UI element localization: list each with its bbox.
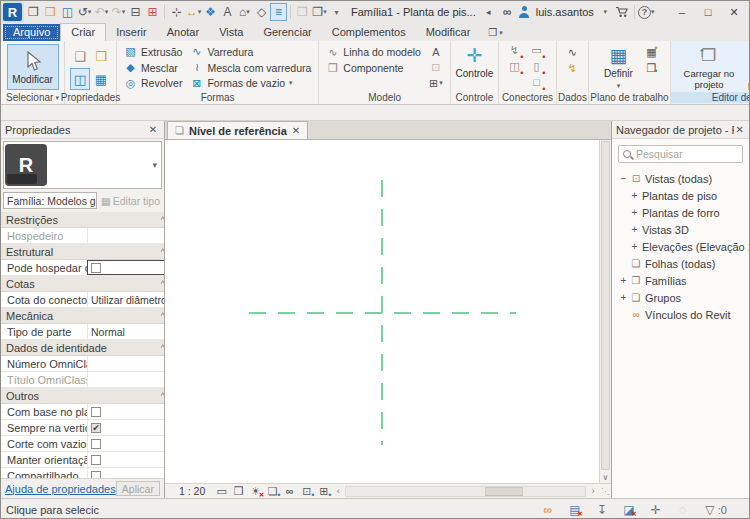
- parameter-data-button[interactable]: ↯: [568, 60, 577, 76]
- save-icon[interactable]: ◫: [59, 3, 76, 21]
- tab-vista[interactable]: Vista: [209, 24, 253, 41]
- switch-windows-icon[interactable]: ❐▾: [311, 3, 328, 21]
- section-dados-identidade[interactable]: Dados de identidade^: [1, 340, 164, 356]
- linha-modelo-button[interactable]: ∿Linha do modelo: [322, 44, 425, 60]
- scroll-down-icon[interactable]: ∨: [600, 471, 611, 483]
- vertical-scrollbar-thumb[interactable]: [601, 141, 610, 470]
- editable-only-icon[interactable]: ◌: [675, 503, 691, 517]
- property-value[interactable]: [87, 228, 164, 243]
- search-binoculars-icon[interactable]: ∞: [499, 3, 516, 21]
- section-restricoes[interactable]: Restrições^: [1, 212, 164, 228]
- select-pinned-elements-icon[interactable]: ↧: [594, 503, 610, 517]
- section-estrutural[interactable]: Estrutural^: [1, 244, 164, 260]
- tab-arquivo[interactable]: Arquivo: [3, 24, 60, 41]
- drag-elements-on-selection-icon[interactable]: ✛: [648, 503, 664, 517]
- expand-expander-icon[interactable]: +: [629, 241, 640, 252]
- checkbox-unchecked[interactable]: [91, 471, 101, 479]
- type-selector[interactable]: R ▾: [3, 141, 162, 189]
- open-icon[interactable]: ❒: [42, 3, 59, 21]
- family-types-icon[interactable]: ❑: [70, 45, 90, 67]
- property-value[interactable]: ✔: [87, 420, 164, 435]
- panel-label-selecionar[interactable]: Selecionar ▾: [1, 92, 64, 103]
- expand-expander-icon[interactable]: +: [618, 275, 629, 286]
- property-row-com-base[interactable]: Com base no plan...: [1, 404, 164, 420]
- view-scale[interactable]: 1 : 20: [165, 485, 213, 497]
- property-row-sempre-vertical[interactable]: Sempre na vertical✔: [1, 420, 164, 436]
- selection-filter[interactable]: ▽ :0: [702, 503, 727, 517]
- property-value[interactable]: Normal: [87, 324, 164, 339]
- vertical-scrollbar[interactable]: ∨: [599, 140, 611, 483]
- collapse-left-icon[interactable]: ‹: [332, 486, 344, 496]
- property-row-hospedeiro[interactable]: Hospedeiro: [1, 228, 164, 244]
- close-inactive-windows-icon[interactable]: ⊞: [144, 3, 161, 21]
- tab-anotar[interactable]: Anotar: [157, 24, 209, 41]
- ui-window-icon[interactable]: ❐: [25, 3, 42, 21]
- pipe-connector-icon[interactable]: ◫: [505, 60, 523, 75]
- search-input[interactable]: [634, 147, 738, 161]
- temporary-hide-isolate-icon[interactable]: ∞: [281, 485, 298, 497]
- extrusao-button[interactable]: ▧Extrusão: [120, 44, 186, 60]
- expand-expander-icon[interactable]: +: [629, 190, 640, 201]
- text-icon[interactable]: A: [219, 3, 236, 21]
- minimize-button[interactable]: –: [669, 3, 695, 21]
- sync-icon[interactable]: ↺▾: [76, 3, 93, 21]
- carregar-projeto-button[interactable]: ❒↑ Carregar no projeto: [679, 44, 739, 91]
- checkbox-checked[interactable]: ✔: [91, 423, 101, 433]
- property-row-compartilhado[interactable]: Compartilhado: [1, 468, 164, 478]
- tree-item-familias[interactable]: + ❒ Famílias: [612, 272, 749, 289]
- tab-modificar[interactable]: Modificar: [416, 24, 481, 41]
- componente-button[interactable]: ❒Componente: [322, 60, 425, 76]
- scroll-right-icon[interactable]: ›: [587, 486, 599, 496]
- select-underlay-elements-icon[interactable]: ▤: [567, 503, 583, 517]
- property-row-titulo-omniclass[interactable]: Título OmniClass: [1, 372, 164, 388]
- tree-item-vinculos[interactable]: ∞ Vínculos do Revit: [612, 306, 749, 323]
- thin-lines-icon[interactable]: ≡: [270, 3, 287, 21]
- print-icon[interactable]: ⊟: [127, 3, 144, 21]
- modify-button[interactable]: Modificar: [7, 44, 59, 90]
- family-combo[interactable]: Família: Modelos genér ▾: [3, 192, 97, 209]
- opening-button[interactable]: ⊡: [431, 60, 440, 76]
- reference-curve-button[interactable]: ∿: [568, 44, 577, 60]
- property-value[interactable]: [87, 404, 164, 419]
- properties-help-link[interactable]: Ajuda de propriedades: [5, 483, 116, 495]
- browser-search-box[interactable]: [618, 145, 743, 163]
- varredura-button[interactable]: ∿Varredura: [186, 44, 315, 60]
- tag-by-category-icon[interactable]: ❖: [202, 3, 219, 21]
- shadows-icon[interactable]: ❏: [264, 485, 281, 498]
- checkbox-unchecked[interactable]: [91, 407, 101, 417]
- property-row-manter-orientacao[interactable]: Manter orientação...: [1, 452, 164, 468]
- property-value[interactable]: Utilizar diâmetro: [87, 292, 164, 307]
- property-row-numero-omniclass[interactable]: Número OmniClass: [1, 356, 164, 372]
- drawing-canvas[interactable]: [165, 140, 599, 483]
- horizontal-scrollbar[interactable]: [345, 486, 586, 497]
- section-outros[interactable]: Outros^: [1, 388, 164, 404]
- property-row-corte-vazios[interactable]: Corte com vazios ...: [1, 436, 164, 452]
- ribbon-display-toggle[interactable]: ❐ ▾: [488, 27, 502, 41]
- revit-logo-icon[interactable]: R: [3, 3, 22, 21]
- app-store-cart-icon[interactable]: [614, 3, 631, 21]
- family-parameters-icon[interactable]: ▦: [91, 68, 111, 90]
- horizontal-scrollbar-thumb[interactable]: [485, 487, 523, 496]
- undo-icon[interactable]: ↶▾: [93, 3, 110, 21]
- apply-button[interactable]: Aplicar: [116, 481, 160, 496]
- property-row-cota-conector[interactable]: Cota do conector r...Utilizar diâmetro: [1, 292, 164, 308]
- aligned-dimension-icon[interactable]: ↔▾: [185, 3, 202, 21]
- expand-expander-icon[interactable]: +: [629, 224, 640, 235]
- edit-type-button[interactable]: ▦ Editar tipo: [99, 195, 162, 207]
- project-browser-close-icon[interactable]: ✕: [734, 124, 745, 135]
- customize-qat-icon[interactable]: ▾: [328, 3, 345, 21]
- tree-item-vistas[interactable]: − ⊡ Vistas (todas): [612, 170, 749, 187]
- checkbox-unchecked[interactable]: [91, 263, 101, 273]
- user-dropdown-icon[interactable]: ▾: [597, 3, 614, 21]
- tree-item-vistas-3d[interactable]: + Vistas 3D: [612, 221, 749, 238]
- detail-level-icon[interactable]: ▭: [213, 485, 230, 498]
- properties-palette-icon[interactable]: ◫: [70, 68, 90, 90]
- tab-gerenciar[interactable]: Gerenciar: [253, 24, 321, 41]
- properties-close-icon[interactable]: ✕: [146, 124, 160, 135]
- mescla-varredura-button[interactable]: ≀Mescla com varredura: [186, 60, 315, 76]
- tree-item-plantas-piso[interactable]: + Plantas de piso: [612, 187, 749, 204]
- duct-connector-icon[interactable]: ▭: [527, 44, 545, 59]
- carregar-projeto-fechar-button[interactable]: ❒↑✕ Carregar no projeto e fechar: [745, 44, 749, 91]
- redo-icon[interactable]: ↷▾: [110, 3, 127, 21]
- checkbox-unchecked[interactable]: [91, 455, 101, 465]
